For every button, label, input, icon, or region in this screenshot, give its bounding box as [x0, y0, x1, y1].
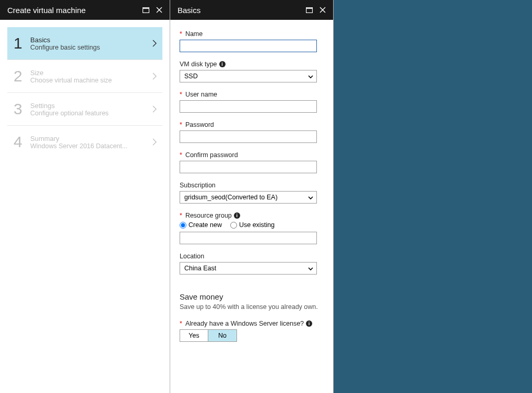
step-number: 1: [14, 34, 30, 52]
step-text: Summary Windows Server 2016 Datacent...: [30, 135, 152, 150]
close-icon[interactable]: [317, 5, 328, 15]
label-subscription: Subscription: [180, 182, 324, 189]
blade1-header: Create virtual machine: [0, 0, 170, 20]
close-icon[interactable]: [154, 5, 164, 15]
step-size[interactable]: 2 Size Choose virtual machine size: [7, 60, 162, 93]
basics-blade: Basics *Name VM disk typei SSD *User nam…: [170, 0, 334, 393]
step-title: Size: [30, 69, 152, 77]
subscription-select[interactable]: gridsum_seod(Converted to EA): [180, 191, 317, 204]
resource-group-input[interactable]: [180, 232, 317, 244]
blade1-title: Create virtual machine: [7, 6, 137, 15]
field-disk-type: VM disk typei SSD: [180, 61, 324, 82]
radio-create-new-input[interactable]: [180, 222, 186, 229]
required-asterisk: *: [180, 91, 182, 98]
maximize-icon[interactable]: [140, 5, 151, 15]
radio-use-existing-input[interactable]: [230, 222, 237, 229]
resource-group-radio-row: Create new Use existing: [180, 221, 324, 229]
password-input[interactable]: [180, 130, 317, 143]
label-disk-type: VM disk typei: [180, 61, 324, 68]
chevron-right-icon: [152, 105, 157, 113]
info-icon[interactable]: i: [306, 320, 312, 327]
username-input[interactable]: [180, 100, 317, 113]
label-password: *Password: [180, 121, 324, 128]
label-resource-group: *Resource groupi: [180, 212, 324, 219]
save-money-subtitle: Save up to 40% with a license you alread…: [180, 303, 324, 311]
license-toggle: Yes No: [180, 329, 324, 342]
license-no-button[interactable]: No: [208, 329, 237, 342]
step-subtitle: Configure basic settings: [30, 44, 152, 51]
label-confirm-password: *Confirm password: [180, 151, 324, 159]
label-username: *User name: [180, 91, 324, 98]
label-name: *Name: [180, 30, 324, 38]
step-number: 3: [14, 100, 30, 118]
required-asterisk: *: [180, 30, 182, 38]
required-asterisk: *: [180, 320, 182, 327]
maximize-icon[interactable]: [304, 5, 314, 15]
step-text: Basics Configure basic settings: [30, 36, 152, 51]
field-location: Location China East: [180, 253, 324, 275]
step-title: Summary: [30, 135, 152, 142]
field-password: *Password: [180, 121, 324, 143]
field-license: *Already have a Windows Server license?i…: [180, 320, 324, 342]
field-resource-group: *Resource groupi Create new Use existing: [180, 212, 324, 244]
name-input[interactable]: [180, 40, 317, 52]
chevron-right-icon: [152, 40, 157, 47]
step-number: 4: [14, 133, 30, 151]
field-confirm-password: *Confirm password: [180, 151, 324, 173]
confirm-password-input[interactable]: [180, 161, 317, 173]
step-basics[interactable]: 1 Basics Configure basic settings: [7, 27, 162, 60]
save-money-title: Save money: [180, 292, 324, 301]
field-username: *User name: [180, 91, 324, 113]
step-subtitle: Choose virtual machine size: [30, 77, 152, 84]
create-vm-blade: Create virtual machine 1 Basics Configur…: [0, 0, 170, 393]
chevron-right-icon: [152, 138, 157, 146]
info-icon[interactable]: i: [219, 61, 226, 67]
blade2-header: Basics: [170, 0, 333, 20]
step-text: Size Choose virtual machine size: [30, 69, 152, 84]
field-name: *Name: [180, 30, 324, 52]
step-subtitle: Windows Server 2016 Datacent...: [30, 142, 152, 150]
radio-use-existing[interactable]: Use existing: [230, 221, 275, 229]
radio-create-new[interactable]: Create new: [180, 221, 222, 229]
steps-list: 1 Basics Configure basic settings 2 Size…: [0, 20, 170, 165]
step-subtitle: Configure optional features: [30, 110, 152, 117]
step-summary[interactable]: 4 Summary Windows Server 2016 Datacent..…: [7, 126, 162, 158]
step-text: Settings Configure optional features: [30, 102, 152, 117]
step-settings[interactable]: 3 Settings Configure optional features: [7, 93, 162, 126]
disk-type-select[interactable]: SSD: [180, 70, 317, 82]
step-title: Basics: [30, 36, 152, 44]
step-number: 2: [14, 67, 30, 85]
required-asterisk: *: [180, 121, 182, 128]
location-select[interactable]: China East: [180, 262, 317, 275]
required-asterisk: *: [180, 151, 182, 159]
chevron-right-icon: [152, 73, 157, 80]
label-license: *Already have a Windows Server license?i: [180, 320, 324, 327]
basics-form: *Name VM disk typei SSD *User name *Pass…: [170, 20, 333, 393]
license-yes-button[interactable]: Yes: [180, 329, 208, 342]
info-icon[interactable]: i: [234, 212, 240, 219]
label-location: Location: [180, 253, 324, 260]
step-title: Settings: [30, 102, 152, 110]
required-asterisk: *: [180, 212, 182, 219]
blade2-title: Basics: [178, 6, 301, 15]
field-subscription: Subscription gridsum_seod(Converted to E…: [180, 182, 324, 204]
